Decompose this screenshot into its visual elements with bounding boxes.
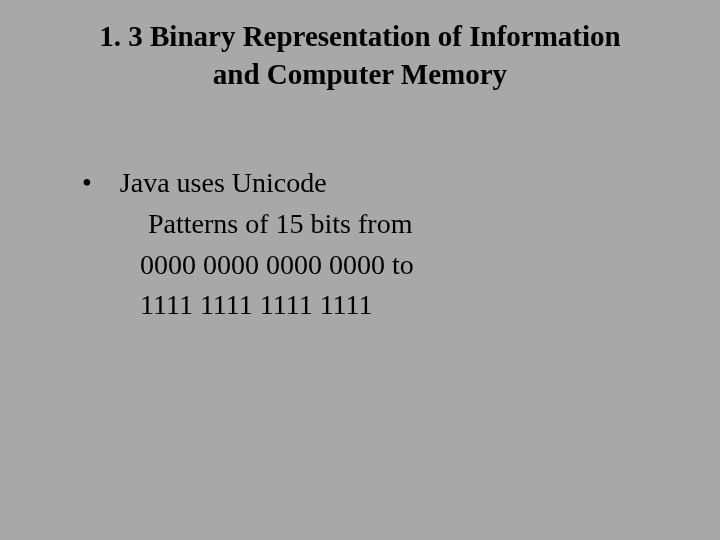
content-line-3: 1111 1111 1111 1111 <box>82 285 680 326</box>
bullet-text: Java uses Unicode <box>120 163 327 204</box>
slide-container: 1. 3 Binary Representation of Informatio… <box>0 0 720 540</box>
title-line-2: and Computer Memory <box>213 58 507 90</box>
title-line-1: 1. 3 Binary Representation of Informatio… <box>99 20 620 52</box>
bullet-marker: • <box>82 163 92 202</box>
content-line-1: Patterns of 15 bits from <box>82 204 680 245</box>
slide-title: 1. 3 Binary Representation of Informatio… <box>40 18 680 93</box>
content-line-2: 0000 0000 0000 0000 to <box>82 245 680 286</box>
bullet-item: • Java uses Unicode <box>82 163 680 204</box>
slide-content: • Java uses Unicode Patterns of 15 bits … <box>40 163 680 325</box>
